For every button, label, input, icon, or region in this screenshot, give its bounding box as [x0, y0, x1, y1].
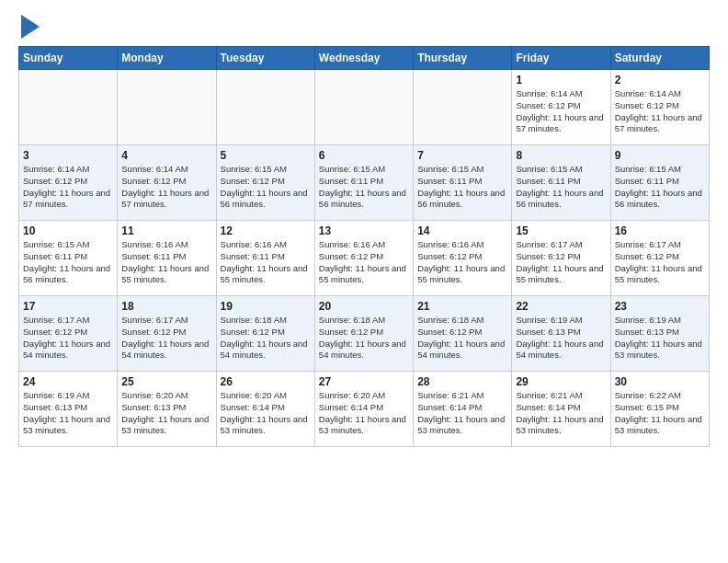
calendar-cell [314, 70, 413, 145]
calendar-header-thursday: Thursday [414, 47, 512, 70]
calendar-cell: 11Sunrise: 6:16 AM Sunset: 6:11 PM Dayli… [118, 221, 216, 296]
day-info: Sunrise: 6:14 AM Sunset: 6:12 PM Dayligh… [23, 164, 113, 211]
day-info: Sunrise: 6:19 AM Sunset: 6:13 PM Dayligh… [516, 315, 606, 362]
day-info: Sunrise: 6:15 AM Sunset: 6:11 PM Dayligh… [516, 164, 606, 211]
day-number: 6 [319, 149, 409, 162]
day-info: Sunrise: 6:17 AM Sunset: 6:12 PM Dayligh… [23, 315, 113, 362]
calendar-cell: 9Sunrise: 6:15 AM Sunset: 6:11 PM Daylig… [610, 145, 709, 221]
calendar-cell: 25Sunrise: 6:20 AM Sunset: 6:13 PM Dayli… [118, 372, 216, 447]
calendar-cell: 10Sunrise: 6:15 AM Sunset: 6:11 PM Dayli… [19, 221, 118, 296]
calendar-cell: 21Sunrise: 6:18 AM Sunset: 6:12 PM Dayli… [414, 296, 512, 372]
day-number: 23 [615, 300, 705, 313]
day-number: 3 [23, 149, 113, 162]
calendar-week-3: 10Sunrise: 6:15 AM Sunset: 6:11 PM Dayli… [19, 221, 710, 296]
day-info: Sunrise: 6:16 AM Sunset: 6:11 PM Dayligh… [221, 239, 311, 286]
calendar-cell: 13Sunrise: 6:16 AM Sunset: 6:12 PM Dayli… [314, 221, 413, 296]
logo [18, 15, 40, 39]
calendar-cell: 26Sunrise: 6:20 AM Sunset: 6:14 PM Dayli… [216, 372, 314, 447]
day-number: 20 [319, 300, 409, 313]
day-number: 28 [417, 375, 507, 388]
day-number: 14 [417, 224, 507, 237]
calendar-cell: 18Sunrise: 6:17 AM Sunset: 6:12 PM Dayli… [118, 296, 216, 372]
calendar-cell: 4Sunrise: 6:14 AM Sunset: 6:12 PM Daylig… [118, 145, 216, 221]
day-info: Sunrise: 6:20 AM Sunset: 6:14 PM Dayligh… [221, 390, 311, 437]
calendar-cell: 15Sunrise: 6:17 AM Sunset: 6:12 PM Dayli… [512, 221, 610, 296]
day-number: 16 [615, 224, 705, 237]
calendar-cell: 16Sunrise: 6:17 AM Sunset: 6:12 PM Dayli… [610, 221, 709, 296]
calendar-cell: 2Sunrise: 6:14 AM Sunset: 6:12 PM Daylig… [610, 70, 709, 145]
calendar-cell: 5Sunrise: 6:15 AM Sunset: 6:12 PM Daylig… [216, 145, 314, 221]
day-number: 4 [121, 149, 211, 162]
day-info: Sunrise: 6:19 AM Sunset: 6:13 PM Dayligh… [23, 390, 113, 437]
day-number: 22 [516, 300, 606, 313]
day-number: 1 [516, 74, 606, 86]
calendar-cell: 23Sunrise: 6:19 AM Sunset: 6:13 PM Dayli… [610, 296, 709, 372]
calendar-cell: 8Sunrise: 6:15 AM Sunset: 6:11 PM Daylig… [512, 145, 610, 221]
day-number: 9 [615, 149, 705, 162]
day-info: Sunrise: 6:20 AM Sunset: 6:13 PM Dayligh… [121, 390, 211, 437]
calendar-cell: 6Sunrise: 6:15 AM Sunset: 6:11 PM Daylig… [314, 145, 413, 221]
calendar-cell: 22Sunrise: 6:19 AM Sunset: 6:13 PM Dayli… [512, 296, 610, 372]
page: SundayMondayTuesdayWednesdayThursdayFrid… [0, 0, 728, 456]
calendar-week-4: 17Sunrise: 6:17 AM Sunset: 6:12 PM Dayli… [19, 296, 710, 372]
day-info: Sunrise: 6:18 AM Sunset: 6:12 PM Dayligh… [221, 315, 311, 362]
day-info: Sunrise: 6:14 AM Sunset: 6:12 PM Dayligh… [516, 88, 606, 135]
calendar-cell: 12Sunrise: 6:16 AM Sunset: 6:11 PM Dayli… [216, 221, 314, 296]
day-info: Sunrise: 6:22 AM Sunset: 6:15 PM Dayligh… [615, 390, 705, 437]
day-number: 25 [121, 375, 211, 388]
calendar-header-tuesday: Tuesday [216, 47, 314, 70]
day-info: Sunrise: 6:16 AM Sunset: 6:12 PM Dayligh… [417, 239, 507, 286]
day-info: Sunrise: 6:21 AM Sunset: 6:14 PM Dayligh… [417, 390, 507, 437]
day-info: Sunrise: 6:15 AM Sunset: 6:11 PM Dayligh… [615, 164, 705, 211]
day-info: Sunrise: 6:15 AM Sunset: 6:11 PM Dayligh… [417, 164, 507, 211]
calendar-cell: 14Sunrise: 6:16 AM Sunset: 6:12 PM Dayli… [414, 221, 512, 296]
day-info: Sunrise: 6:17 AM Sunset: 6:12 PM Dayligh… [615, 239, 705, 286]
calendar-header-sunday: Sunday [19, 47, 118, 70]
day-info: Sunrise: 6:15 AM Sunset: 6:12 PM Dayligh… [221, 164, 311, 211]
svg-marker-0 [21, 15, 40, 39]
calendar-cell: 20Sunrise: 6:18 AM Sunset: 6:12 PM Dayli… [314, 296, 413, 372]
calendar-cell [216, 70, 314, 145]
calendar-cell: 1Sunrise: 6:14 AM Sunset: 6:12 PM Daylig… [512, 70, 610, 145]
day-info: Sunrise: 6:18 AM Sunset: 6:12 PM Dayligh… [319, 315, 409, 362]
calendar-header-monday: Monday [118, 47, 216, 70]
day-info: Sunrise: 6:17 AM Sunset: 6:12 PM Dayligh… [121, 315, 211, 362]
calendar-cell: 7Sunrise: 6:15 AM Sunset: 6:11 PM Daylig… [414, 145, 512, 221]
day-info: Sunrise: 6:21 AM Sunset: 6:14 PM Dayligh… [516, 390, 606, 437]
day-number: 17 [23, 300, 113, 313]
calendar-cell: 28Sunrise: 6:21 AM Sunset: 6:14 PM Dayli… [414, 372, 512, 447]
day-number: 7 [417, 149, 507, 162]
day-number: 12 [221, 224, 311, 237]
day-number: 27 [319, 375, 409, 388]
day-number: 15 [516, 224, 606, 237]
day-number: 5 [221, 149, 311, 162]
day-info: Sunrise: 6:17 AM Sunset: 6:12 PM Dayligh… [516, 239, 606, 286]
calendar-cell: 24Sunrise: 6:19 AM Sunset: 6:13 PM Dayli… [19, 372, 118, 447]
calendar-cell [118, 70, 216, 145]
day-number: 24 [23, 375, 113, 388]
day-number: 26 [221, 375, 311, 388]
day-info: Sunrise: 6:19 AM Sunset: 6:13 PM Dayligh… [615, 315, 705, 362]
calendar-header-saturday: Saturday [610, 47, 709, 70]
calendar-week-2: 3Sunrise: 6:14 AM Sunset: 6:12 PM Daylig… [19, 145, 710, 221]
day-number: 2 [615, 74, 705, 86]
day-number: 21 [417, 300, 507, 313]
day-number: 13 [319, 224, 409, 237]
calendar-cell [414, 70, 512, 145]
calendar-table: SundayMondayTuesdayWednesdayThursdayFrid… [18, 46, 710, 447]
day-info: Sunrise: 6:20 AM Sunset: 6:14 PM Dayligh… [319, 390, 409, 437]
header [18, 15, 710, 39]
day-info: Sunrise: 6:16 AM Sunset: 6:11 PM Dayligh… [121, 239, 211, 286]
day-info: Sunrise: 6:15 AM Sunset: 6:11 PM Dayligh… [23, 239, 113, 286]
day-info: Sunrise: 6:14 AM Sunset: 6:12 PM Dayligh… [121, 164, 211, 211]
day-info: Sunrise: 6:15 AM Sunset: 6:11 PM Dayligh… [319, 164, 409, 211]
day-number: 19 [221, 300, 311, 313]
calendar-week-5: 24Sunrise: 6:19 AM Sunset: 6:13 PM Dayli… [19, 372, 710, 447]
calendar-header-friday: Friday [512, 47, 610, 70]
calendar-cell: 3Sunrise: 6:14 AM Sunset: 6:12 PM Daylig… [19, 145, 118, 221]
day-info: Sunrise: 6:16 AM Sunset: 6:12 PM Dayligh… [319, 239, 409, 286]
calendar-header-wednesday: Wednesday [314, 47, 413, 70]
calendar-cell [19, 70, 118, 145]
logo-icon [21, 15, 40, 39]
day-info: Sunrise: 6:14 AM Sunset: 6:12 PM Dayligh… [615, 88, 705, 135]
